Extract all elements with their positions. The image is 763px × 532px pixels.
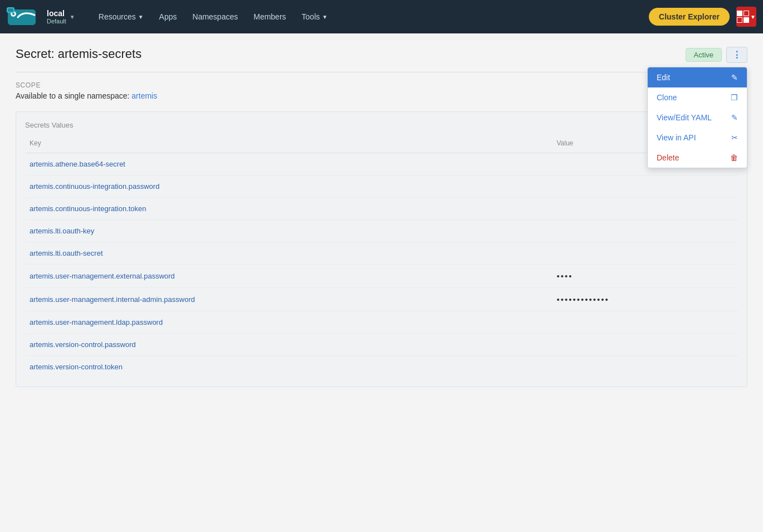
nav-apps[interactable]: Apps <box>153 8 184 26</box>
flag-arrow-icon: ▼ <box>750 14 756 20</box>
table-row: artemis.lti.oauth-secret <box>25 242 738 265</box>
dropdown-clone[interactable]: Clone ❐ <box>648 87 747 108</box>
page-title: Secret: artemis-secrets <box>16 47 141 61</box>
table-row: artemis.continuous-integration.token <box>25 198 738 220</box>
secret-value-cell <box>552 198 738 220</box>
navbar-right: Cluster Explorer ▼ <box>649 7 756 27</box>
secret-value-cell <box>552 242 738 265</box>
secret-key-cell: artemis.lti.oauth-key <box>25 220 552 242</box>
secret-key-cell: artemis.version-control.password <box>25 334 552 356</box>
secret-value-cell <box>552 220 738 242</box>
page-header: Secret: artemis-secrets Active ⋮ Edit ✎ … <box>16 47 747 72</box>
cluster-explorer-button[interactable]: Cluster Explorer <box>649 8 730 26</box>
secret-key-cell: artemis.user-management.internal-admin.p… <box>25 288 552 311</box>
secret-value-cell <box>552 311 738 334</box>
secret-key-cell: artemis.user-management.ldap.password <box>25 311 552 334</box>
table-row: artemis.version-control.password <box>25 334 738 356</box>
secret-value-cell <box>552 356 738 378</box>
resources-arrow-icon: ▼ <box>138 14 144 20</box>
cluster-selector[interactable]: local Default ▼ <box>41 6 81 28</box>
secrets-section-title: Secrets Values <box>25 121 738 129</box>
secrets-section: Secrets Values Key Value artemis.athene.… <box>16 111 747 387</box>
nav-links: Resources ▼ Apps Namespaces Members Tool… <box>92 8 649 26</box>
svg-point-3 <box>12 13 14 15</box>
flag-button[interactable]: ▼ <box>736 7 756 27</box>
tools-arrow-icon: ▼ <box>322 14 327 20</box>
scope-label: Scope <box>16 81 747 89</box>
dropdown-view-api[interactable]: View in API ✂ <box>648 128 747 148</box>
dropdown-view-edit-yaml[interactable]: View/Edit YAML ✎ <box>648 108 747 128</box>
cluster-name: local <box>47 9 66 18</box>
table-row: artemis.user-management.ldap.password <box>25 311 738 334</box>
dropdown-menu: Edit ✎ Clone ❐ View/Edit YAML ✎ View in … <box>647 67 747 168</box>
nav-resources[interactable]: Resources ▼ <box>92 8 150 26</box>
table-row: artemis.user-management.internal-admin.p… <box>25 288 738 311</box>
secret-key-cell: artemis.continuous-integration.password <box>25 175 552 198</box>
header-actions: Active ⋮ Edit ✎ Clone ❐ View/Edit YAML ✎… <box>686 47 747 63</box>
main-content: Secret: artemis-secrets Active ⋮ Edit ✎ … <box>0 33 763 401</box>
table-row: artemis.athene.base64-secret <box>25 153 738 175</box>
table-row: artemis.version-control.token <box>25 356 738 378</box>
dropdown-delete[interactable]: Delete 🗑 <box>648 148 747 168</box>
secrets-table: Key Value artemis.athene.base64-secretar… <box>25 136 738 378</box>
scope-section: Scope Available to a single namespace: a… <box>16 81 747 100</box>
delete-icon: 🗑 <box>730 153 738 162</box>
secret-key-cell: artemis.continuous-integration.token <box>25 198 552 220</box>
table-row: artemis.lti.oauth-key <box>25 220 738 242</box>
svg-rect-5 <box>8 8 13 12</box>
col-key-header: Key <box>25 136 552 153</box>
secret-key-cell: artemis.version-control.token <box>25 356 552 378</box>
nav-tools[interactable]: Tools ▼ <box>295 8 335 26</box>
cluster-arrow-icon: ▼ <box>70 14 75 20</box>
logo[interactable] <box>7 4 37 30</box>
navbar: local Default ▼ Resources ▼ Apps Namespa… <box>0 0 763 33</box>
more-options-button[interactable]: ⋮ <box>726 47 747 63</box>
secret-key-cell: artemis.user-management.external.passwor… <box>25 265 552 288</box>
clone-icon: ❐ <box>731 93 738 102</box>
dropdown-edit[interactable]: Edit ✎ <box>648 67 747 87</box>
nav-members[interactable]: Members <box>247 8 292 26</box>
cluster-sub: Default <box>47 18 66 25</box>
secret-key-cell: artemis.athene.base64-secret <box>25 153 552 175</box>
scope-value: Available to a single namespace: artemis <box>16 91 747 100</box>
secret-value-cell <box>552 175 738 198</box>
table-row: artemis.continuous-integration.password <box>25 175 738 198</box>
status-badge: Active <box>686 48 722 62</box>
secret-value-cell: ••••••••••••• <box>552 288 738 311</box>
nav-namespaces[interactable]: Namespaces <box>186 8 245 26</box>
table-row: artemis.user-management.external.passwor… <box>25 265 738 288</box>
yaml-edit-icon: ✎ <box>731 113 738 122</box>
flag-icon <box>737 11 749 23</box>
secret-key-cell: artemis.lti.oauth-secret <box>25 242 552 265</box>
scope-namespace-link[interactable]: artemis <box>131 91 157 100</box>
secret-value-cell: •••• <box>552 265 738 288</box>
secret-value-cell <box>552 334 738 356</box>
api-icon: ✂ <box>731 133 738 142</box>
edit-icon: ✎ <box>731 73 738 82</box>
